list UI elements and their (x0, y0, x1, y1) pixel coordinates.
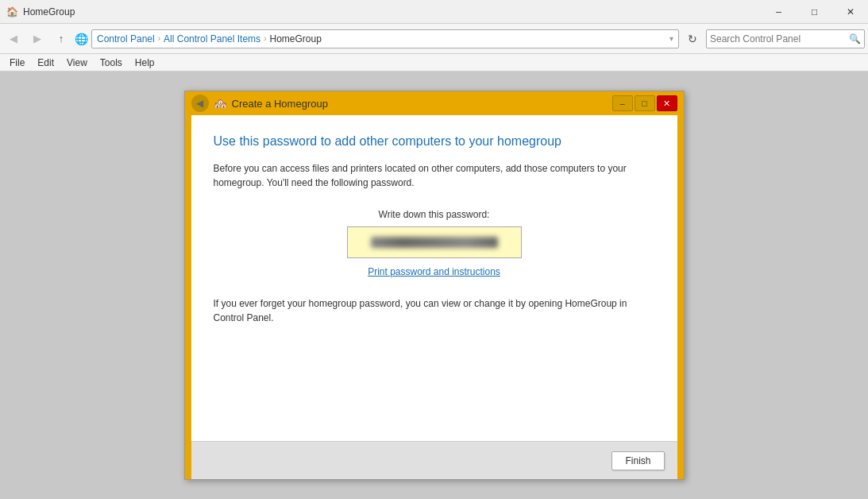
dialog-maximize-button[interactable]: □ (635, 95, 655, 111)
dialog-close-button[interactable]: ✕ (657, 95, 677, 111)
dialog-title-bar: ◀ 🏘️ Create a Homegroup – □ ✕ (185, 91, 684, 115)
close-button[interactable]: ✕ (832, 0, 868, 24)
main-content: ◀ 🏘️ Create a Homegroup – □ ✕ Use this p… (0, 72, 868, 499)
window-title: HomeGroup (23, 6, 75, 17)
dialog-heading: Use this password to add other computers… (214, 134, 655, 149)
dialog-title: Create a Homegroup (232, 98, 328, 110)
password-label: Write down this password: (214, 209, 655, 220)
minimize-button[interactable]: – (761, 0, 797, 24)
search-icon[interactable]: 🔍 (849, 33, 861, 44)
search-box: 🔍 (706, 29, 865, 48)
menu-help[interactable]: Help (129, 56, 161, 70)
forget-password-text: If you ever forget your homegroup passwo… (214, 296, 655, 325)
title-bar: 🏠 HomeGroup – □ ✕ (0, 0, 868, 24)
dialog-content: Use this password to add other computers… (191, 115, 677, 441)
maximize-button[interactable]: □ (797, 0, 832, 24)
password-blurred-value (371, 237, 498, 248)
window-controls: – □ ✕ (761, 0, 868, 24)
breadcrumb-control-panel[interactable]: Control Panel (97, 33, 155, 44)
menu-edit[interactable]: Edit (31, 56, 60, 70)
finish-button[interactable]: Finish (611, 451, 664, 470)
menu-file[interactable]: File (3, 56, 31, 70)
dialog-footer: Finish (191, 441, 677, 479)
forward-button[interactable]: ▶ (27, 29, 48, 49)
breadcrumb-current: HomeGroup (269, 33, 321, 44)
search-input[interactable] (710, 33, 846, 44)
menu-tools[interactable]: Tools (94, 56, 129, 70)
breadcrumb-sep-2: › (264, 34, 266, 43)
breadcrumb-dropdown-icon[interactable]: ▾ (669, 34, 673, 43)
breadcrumb-sep-1: › (158, 34, 160, 43)
breadcrumb-globe-icon: 🌐 (75, 33, 88, 45)
menu-view[interactable]: View (60, 56, 94, 70)
breadcrumb-all-items[interactable]: All Control Panel Items (164, 33, 260, 44)
dialog-back-button[interactable]: ◀ (191, 95, 209, 112)
menu-bar: File Edit View Tools Help (0, 54, 868, 72)
homegroup-dialog: ◀ 🏘️ Create a Homegroup – □ ✕ Use this p… (184, 91, 685, 480)
app-icon: 🏠 (6, 6, 18, 17)
dialog-minimize-button[interactable]: – (612, 95, 633, 111)
refresh-button[interactable]: ↻ (682, 29, 703, 49)
dialog-icon: 🏘️ (214, 97, 227, 110)
breadcrumb: Control Panel › All Control Panel Items … (91, 29, 679, 48)
password-box (347, 226, 522, 258)
back-button[interactable]: ◀ (3, 29, 24, 49)
print-link-container: Print password and instructions (214, 266, 655, 277)
up-button[interactable]: ↑ (51, 29, 71, 49)
navigation-bar: ◀ ▶ ↑ 🌐 Control Panel › All Control Pane… (0, 24, 868, 54)
dialog-description: Before you can access files and printers… (214, 161, 655, 190)
print-password-link[interactable]: Print password and instructions (368, 266, 500, 277)
